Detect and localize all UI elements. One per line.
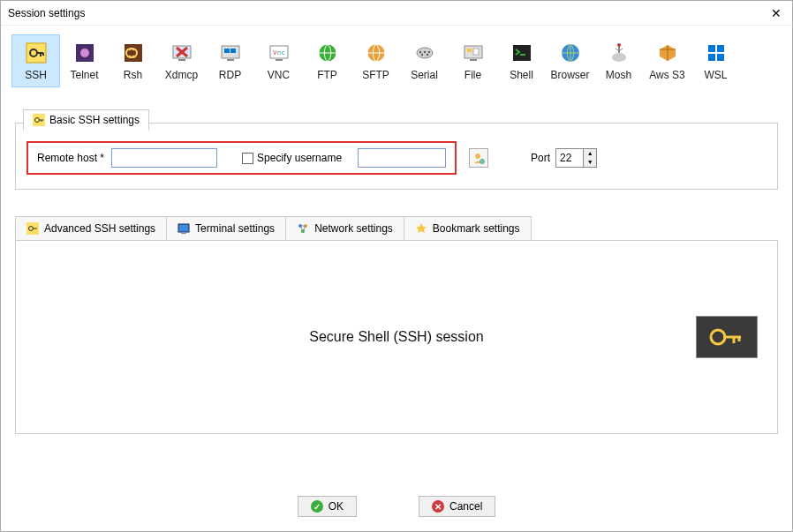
protocol-label: Xdmcp [165, 69, 198, 81]
user-picker-button[interactable] [469, 148, 488, 168]
svg-point-19 [419, 51, 420, 53]
tab-label: Basic SSH settings [49, 114, 140, 126]
protocol-ssh[interactable]: SSH [11, 34, 60, 87]
port-up-button[interactable]: ▲ [584, 149, 596, 158]
protocol-label: Shell [510, 69, 533, 81]
protocol-label: Rsh [124, 69, 142, 81]
protocol-ftp[interactable]: FTP [303, 34, 351, 87]
svg-rect-8 [224, 49, 230, 53]
svg-point-31 [612, 53, 626, 62]
highlighted-row: Remote host * Specify username [26, 141, 457, 175]
protocol-telnet[interactable]: Telnet [60, 34, 109, 87]
ok-button[interactable]: ✓ OK [298, 496, 357, 517]
svg-rect-6 [178, 59, 185, 61]
window-title: Session settings [8, 7, 85, 19]
specify-username-checkbox[interactable] [242, 153, 253, 164]
protocol-xdmcp[interactable]: Xdmcp [157, 34, 206, 87]
svg-rect-36 [708, 54, 715, 61]
svg-rect-15 [276, 59, 283, 61]
key-icon [33, 114, 45, 126]
protocol-toolbar: SSH Telnet Rsh Xdmcp RDP Vnc VNC FTP SFT… [1, 26, 792, 91]
svg-rect-27 [470, 59, 477, 61]
wsl-icon [704, 41, 729, 65]
protocol-label: RDP [219, 69, 241, 81]
file-icon [461, 41, 486, 65]
svg-rect-25 [467, 49, 472, 52]
browser-icon [558, 41, 583, 65]
terminal-icon [177, 222, 190, 235]
remote-host-label: Remote host * [37, 152, 104, 164]
xdmcp-icon [170, 41, 194, 65]
svg-text:n: n [277, 49, 281, 56]
svg-point-20 [423, 51, 425, 53]
cross-icon: ✕ [432, 500, 444, 513]
protocol-rdp[interactable]: RDP [206, 34, 254, 87]
protocol-label: Mosh [606, 69, 631, 81]
advanced-section: Advanced SSH settings Terminal settings … [15, 216, 778, 434]
protocol-label: SSH [25, 69, 47, 81]
svg-point-51 [711, 330, 725, 344]
shell-icon [510, 41, 534, 65]
protocol-browser[interactable]: Browser [546, 34, 594, 87]
specify-username-label: Specify username [257, 152, 342, 164]
svg-rect-37 [717, 54, 724, 61]
rsh-icon [121, 41, 146, 65]
tab-label: Advanced SSH settings [44, 222, 155, 235]
protocol-mosh[interactable]: Mosh [594, 34, 643, 87]
svg-text:c: c [282, 49, 285, 56]
tab-basic-ssh[interactable]: Basic SSH settings [23, 109, 149, 131]
sftp-icon [364, 41, 389, 65]
svg-rect-10 [227, 59, 234, 61]
protocol-serial[interactable]: Serial [400, 34, 449, 87]
tab-label: Network settings [314, 222, 393, 235]
star-icon [415, 222, 427, 235]
svg-point-3 [80, 49, 89, 57]
protocol-label: Serial [411, 69, 438, 81]
svg-rect-34 [708, 45, 715, 52]
svg-rect-47 [181, 233, 186, 234]
protocol-label: FTP [317, 69, 337, 81]
aws-icon [655, 41, 680, 65]
port-spinner[interactable]: ▲ ▼ [555, 148, 597, 168]
tab-bookmark-settings[interactable]: Bookmark settings [404, 216, 532, 240]
button-label: Cancel [449, 500, 482, 513]
protocol-file[interactable]: File [449, 34, 497, 87]
username-input[interactable] [358, 148, 446, 168]
protocol-sftp[interactable]: SFTP [351, 34, 400, 87]
tab-network-settings[interactable]: Network settings [285, 216, 404, 240]
dialog-footer: ✓ OK ✕ Cancel [1, 496, 792, 517]
protocol-label: VNC [268, 69, 290, 81]
protocol-wsl[interactable]: WSL [691, 34, 740, 87]
port-down-button[interactable]: ▼ [584, 158, 596, 167]
protocol-label: Browser [550, 69, 589, 81]
tab-label: Terminal settings [195, 222, 275, 235]
check-icon: ✓ [311, 500, 323, 513]
tab-advanced-ssh[interactable]: Advanced SSH settings [15, 216, 167, 240]
key-icon [24, 41, 49, 65]
mosh-icon [607, 41, 631, 65]
svg-rect-46 [178, 224, 189, 232]
cancel-button[interactable]: ✕ Cancel [419, 496, 495, 517]
titlebar: Session settings ✕ [1, 1, 792, 26]
protocol-label: Aws S3 [649, 69, 684, 81]
svg-point-33 [617, 43, 621, 47]
svg-rect-35 [717, 45, 724, 52]
svg-point-22 [420, 54, 422, 56]
svg-rect-28 [513, 45, 531, 61]
tab-terminal-settings[interactable]: Terminal settings [166, 216, 286, 240]
svg-point-21 [427, 51, 429, 53]
protocol-label: File [464, 69, 481, 81]
basic-settings-panel: Basic SSH settings Remote host * Specify… [15, 123, 778, 190]
ssh-key-large-icon [696, 316, 758, 358]
rdp-icon [218, 41, 243, 65]
close-icon[interactable]: ✕ [767, 4, 785, 22]
session-description: Secure Shell (SSH) session [309, 329, 483, 345]
port-input[interactable] [556, 149, 583, 167]
protocol-label: WSL [704, 69, 727, 81]
protocol-rsh[interactable]: Rsh [109, 34, 157, 87]
protocol-shell[interactable]: Shell [497, 34, 546, 87]
protocol-vnc[interactable]: Vnc VNC [254, 34, 303, 87]
remote-host-input[interactable] [111, 148, 217, 168]
protocol-awss3[interactable]: Aws S3 [643, 34, 691, 87]
protocol-label: SFTP [362, 69, 389, 81]
